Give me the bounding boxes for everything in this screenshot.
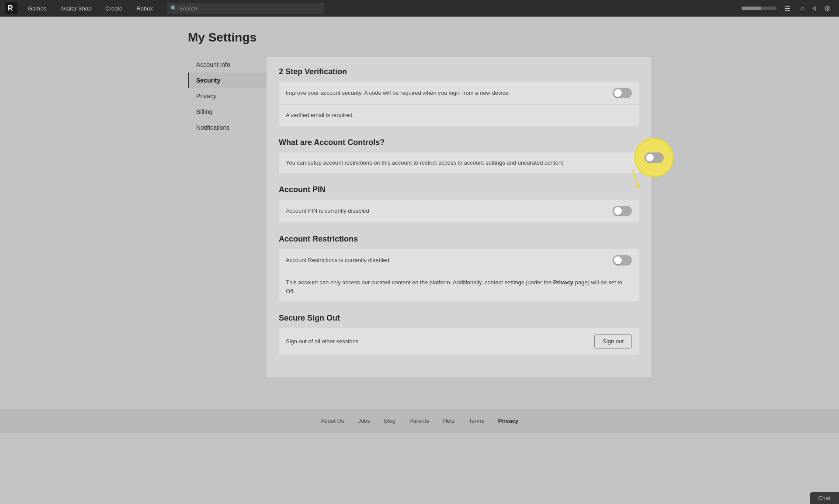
- account-pin-toggle[interactable]: [613, 206, 632, 216]
- search-input[interactable]: [167, 3, 324, 14]
- nav-logo: R: [5, 2, 21, 15]
- two-step-section: 2 Step Verification Improve your account…: [279, 67, 639, 126]
- footer-link-help[interactable]: Help: [443, 418, 455, 424]
- main-content: 2 Step Verification Improve your account…: [267, 57, 651, 377]
- account-controls-wrapper: What are Account Controls? You can setup…: [279, 138, 639, 173]
- nav-right: ☰ ○ 0 ⚙: [742, 2, 834, 15]
- account-controls-row: You can setup account restrictions on th…: [279, 152, 639, 173]
- nav-search: 🔍: [167, 3, 324, 14]
- two-step-toggle[interactable]: [613, 88, 632, 98]
- privacy-link[interactable]: Privacy: [553, 279, 573, 286]
- footer-link-privacy[interactable]: Privacy: [498, 418, 518, 424]
- account-restrictions-title: Account Restrictions: [279, 235, 639, 244]
- secure-signout-title: Secure Sign Out: [279, 314, 639, 323]
- xp-fill: [742, 7, 761, 10]
- account-restrictions-description: This account can only access our curated…: [286, 278, 632, 295]
- account-restrictions-toggle[interactable]: [613, 255, 632, 266]
- account-pin-section: Account PIN Account PIN is currently dis…: [279, 185, 639, 222]
- account-restrictions-description-row: This account can only access our curated…: [279, 272, 639, 301]
- secure-signout-card: Sign out of all other sessions Sign out: [279, 328, 639, 355]
- account-restrictions-card: Account Restrictions is currently disabl…: [279, 249, 639, 301]
- sidebar-item-privacy[interactable]: Privacy: [188, 88, 267, 104]
- settings-layout: Account Info Security Privacy Billing No…: [188, 57, 651, 377]
- footer-link-about[interactable]: About Us: [321, 418, 344, 424]
- toggle-thumb: [614, 89, 622, 97]
- two-step-title: 2 Step Verification: [279, 67, 639, 76]
- sign-out-button[interactable]: Sign out: [594, 334, 632, 349]
- secure-signout-description: Sign out of all other sessions: [286, 337, 594, 346]
- account-controls-title: What are Account Controls?: [279, 138, 639, 147]
- account-controls-description: You can setup account restrictions on th…: [286, 159, 632, 167]
- secure-signout-section: Secure Sign Out Sign out of all other se…: [279, 314, 639, 355]
- footer-link-jobs[interactable]: Jobs: [358, 418, 370, 424]
- nav-link-games[interactable]: Games: [21, 0, 53, 17]
- nav-link-robux[interactable]: Robux: [129, 0, 160, 17]
- xp-bar: [742, 7, 777, 10]
- pin-toggle-thumb: [614, 207, 622, 215]
- nav-links: Games Avatar Shop Create Robux: [21, 0, 160, 17]
- account-controls-card: You can setup account restrictions on th…: [279, 152, 639, 173]
- footer-link-parents[interactable]: Parents: [409, 418, 429, 424]
- nav-link-create[interactable]: Create: [98, 0, 129, 17]
- account-pin-row: Account PIN is currently disabled: [279, 200, 639, 222]
- account-pin-title: Account PIN: [279, 185, 639, 194]
- chat-icon-btn[interactable]: ☰: [781, 2, 794, 15]
- chat-bar[interactable]: Chat: [810, 492, 839, 504]
- account-pin-card: Account PIN is currently disabled: [279, 200, 639, 222]
- account-restrictions-section: Account Restrictions Account Restriction…: [279, 235, 639, 301]
- footer-links: About Us Jobs Blog Parents Help Terms Pr…: [0, 418, 839, 424]
- restrictions-desc-prefix: This account can only access our curated…: [286, 279, 553, 286]
- callout-bubble: [634, 138, 674, 177]
- callout-toggle-thumb: [646, 154, 654, 162]
- page-wrapper: My Settings Account Info Security Privac…: [179, 17, 660, 391]
- sidebar-item-account-info[interactable]: Account Info: [188, 57, 267, 72]
- search-icon: 🔍: [170, 5, 177, 11]
- restrictions-toggle-thumb: [614, 256, 622, 264]
- footer-link-blog[interactable]: Blog: [384, 418, 395, 424]
- footer: About Us Jobs Blog Parents Help Terms Pr…: [0, 409, 839, 433]
- footer-link-terms[interactable]: Terms: [468, 418, 484, 424]
- two-step-toggle-row: Improve your account security. A code wi…: [279, 82, 639, 105]
- notifications-icon-btn[interactable]: ○: [796, 2, 809, 15]
- svg-text:R: R: [8, 4, 13, 12]
- account-restrictions-status: Account Restrictions is currently disabl…: [286, 256, 613, 265]
- sidebar: Account Info Security Privacy Billing No…: [188, 57, 267, 377]
- sidebar-item-notifications[interactable]: Notifications: [188, 120, 267, 135]
- page-title: My Settings: [188, 31, 651, 45]
- secure-signout-row: Sign out of all other sessions Sign out: [279, 328, 639, 355]
- sidebar-item-security[interactable]: Security: [188, 72, 267, 88]
- two-step-description: Improve your account security. A code wi…: [286, 89, 613, 97]
- robux-count: 0: [811, 5, 819, 12]
- account-pin-status: Account PIN is currently disabled: [286, 207, 613, 215]
- two-step-warning: A verified email is required.: [286, 111, 632, 120]
- account-restrictions-toggle-row: Account Restrictions is currently disabl…: [279, 249, 639, 272]
- navbar: R Games Avatar Shop Create Robux 🔍 ☰ ○ 0…: [0, 0, 839, 17]
- sidebar-item-billing[interactable]: Billing: [188, 104, 267, 120]
- nav-link-avatar-shop[interactable]: Avatar Shop: [53, 0, 98, 17]
- two-step-card: Improve your account security. A code wi…: [279, 82, 639, 126]
- settings-icon-btn[interactable]: ⚙: [821, 2, 834, 15]
- callout-toggle-visual: [645, 152, 664, 163]
- two-step-warning-row: A verified email is required.: [279, 105, 639, 126]
- account-controls-section: What are Account Controls? You can setup…: [279, 138, 639, 173]
